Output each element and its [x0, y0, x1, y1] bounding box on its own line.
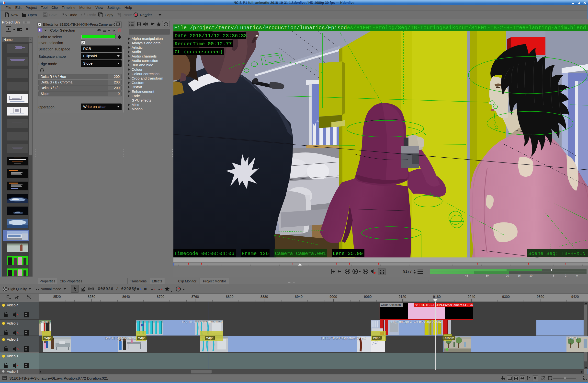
svg-text:Lens 35.00: Lens 35.00: [333, 251, 363, 256]
svg-text:Timecode 00:00:04:06: Timecode 00:00:04:06: [174, 251, 234, 256]
svg-text:Camera Camera.001: Camera Camera.001: [275, 251, 326, 256]
svg-text:Scene Seq: TB-H-XIN: Scene Seq: TB-H-XIN: [528, 251, 586, 256]
svg-text:Frame 126: Frame 126: [242, 251, 269, 256]
svg-text:Date 2018/11/12 23:36:33: Date 2018/11/12 23:36:33: [175, 33, 247, 39]
svg-text:GL (greenscreen): GL (greenscreen): [175, 49, 223, 55]
svg-text:RenderTime 00:12.77: RenderTime 00:12.77: [175, 41, 232, 47]
svg-text:es/S1E01-Prolog/Seq/TB-Touring: es/S1E01-Prolog/Seq/TB-TouringBaikonur/S…: [347, 25, 586, 31]
svg-text:File /project/terry/Lunatics/P: File /project/terry/Lunatics/Production/…: [174, 25, 347, 31]
